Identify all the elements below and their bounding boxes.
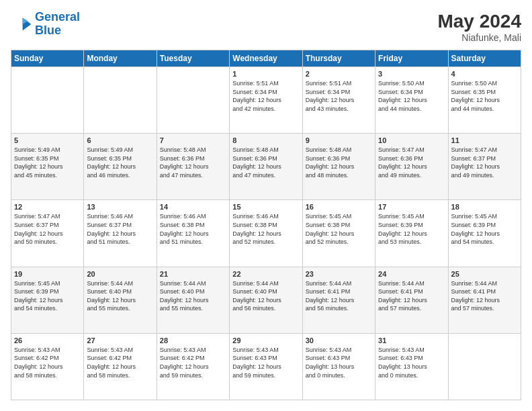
day-cell: 29Sunrise: 5:43 AMSunset: 6:43 PMDayligh… (230, 333, 302, 400)
day-number: 2 (306, 70, 372, 78)
week-row-0: 1Sunrise: 5:51 AMSunset: 6:34 PMDaylight… (11, 67, 521, 134)
day-number: 13 (87, 203, 153, 211)
day-cell: 16Sunrise: 5:45 AMSunset: 6:38 PMDayligh… (302, 200, 375, 267)
logo-general: General (35, 10, 80, 24)
day-info: Sunrise: 5:43 AMSunset: 6:42 PMDaylight:… (160, 346, 226, 379)
day-info: Sunrise: 5:44 AMSunset: 6:41 PMDaylight:… (306, 279, 372, 313)
page: General Blue May 2024 Niafunke, Mali Sun… (0, 0, 532, 411)
day-cell: 30Sunrise: 5:43 AMSunset: 6:43 PMDayligh… (302, 333, 375, 400)
day-cell: 5Sunrise: 5:49 AMSunset: 6:35 PMDaylight… (11, 134, 84, 200)
day-info: Sunrise: 5:43 AMSunset: 6:43 PMDaylight:… (378, 346, 445, 379)
day-number: 28 (160, 336, 226, 345)
day-number: 9 (306, 136, 372, 144)
day-info: Sunrise: 5:43 AMSunset: 6:43 PMDaylight:… (232, 346, 299, 379)
day-cell (84, 67, 157, 134)
day-number: 29 (232, 336, 299, 345)
day-number: 20 (87, 270, 153, 278)
day-info: Sunrise: 5:44 AMSunset: 6:41 PMDaylight:… (378, 279, 445, 313)
day-cell: 11Sunrise: 5:47 AMSunset: 6:37 PMDayligh… (448, 134, 521, 200)
day-number: 12 (14, 203, 81, 211)
day-number: 30 (306, 336, 372, 345)
day-cell: 3Sunrise: 5:50 AMSunset: 6:34 PMDaylight… (375, 67, 448, 134)
day-number: 25 (451, 270, 518, 278)
day-number: 18 (451, 203, 518, 211)
day-info: Sunrise: 5:50 AMSunset: 6:35 PMDaylight:… (451, 79, 518, 113)
header: General Blue May 2024 Niafunke, Mali (11, 11, 521, 43)
day-number: 27 (87, 336, 153, 345)
day-cell: 26Sunrise: 5:43 AMSunset: 6:42 PMDayligh… (11, 333, 84, 400)
logo-text: General Blue (35, 11, 80, 38)
day-number: 19 (14, 270, 81, 278)
day-number: 7 (160, 136, 226, 144)
day-info: Sunrise: 5:45 AMSunset: 6:39 PMDaylight:… (14, 279, 81, 313)
col-header-thursday: Thursday (302, 50, 375, 67)
day-info: Sunrise: 5:45 AMSunset: 6:38 PMDaylight:… (306, 212, 372, 246)
day-info: Sunrise: 5:51 AMSunset: 6:34 PMDaylight:… (306, 79, 372, 113)
day-number: 24 (378, 270, 445, 278)
title-block: May 2024 Niafunke, Mali (437, 11, 521, 43)
day-info: Sunrise: 5:43 AMSunset: 6:43 PMDaylight:… (306, 346, 372, 379)
day-number: 26 (14, 336, 81, 345)
day-number: 10 (378, 136, 445, 144)
day-info: Sunrise: 5:51 AMSunset: 6:34 PMDaylight:… (232, 79, 299, 113)
day-info: Sunrise: 5:48 AMSunset: 6:36 PMDaylight:… (160, 146, 226, 179)
day-cell: 13Sunrise: 5:46 AMSunset: 6:37 PMDayligh… (84, 200, 157, 267)
day-info: Sunrise: 5:48 AMSunset: 6:36 PMDaylight:… (306, 146, 372, 179)
day-info: Sunrise: 5:49 AMSunset: 6:35 PMDaylight:… (87, 146, 153, 179)
month-year: May 2024 (437, 11, 521, 32)
day-info: Sunrise: 5:46 AMSunset: 6:37 PMDaylight:… (87, 212, 153, 246)
col-header-saturday: Saturday (448, 50, 521, 67)
week-row-2: 12Sunrise: 5:47 AMSunset: 6:37 PMDayligh… (11, 200, 521, 267)
day-info: Sunrise: 5:46 AMSunset: 6:38 PMDaylight:… (232, 212, 299, 246)
day-number: 6 (87, 136, 153, 144)
day-cell: 15Sunrise: 5:46 AMSunset: 6:38 PMDayligh… (230, 200, 302, 267)
day-cell: 25Sunrise: 5:44 AMSunset: 6:41 PMDayligh… (448, 267, 521, 333)
day-cell (157, 67, 229, 134)
location: Niafunke, Mali (437, 32, 521, 43)
day-number: 4 (451, 70, 518, 78)
week-row-4: 26Sunrise: 5:43 AMSunset: 6:42 PMDayligh… (11, 333, 521, 400)
day-number: 11 (451, 136, 518, 144)
day-cell: 10Sunrise: 5:47 AMSunset: 6:36 PMDayligh… (375, 134, 448, 200)
day-number: 8 (232, 136, 299, 144)
day-number: 5 (14, 136, 81, 144)
day-number: 16 (306, 203, 372, 211)
logo-icon (11, 13, 32, 35)
calendar: SundayMondayTuesdayWednesdayThursdayFrid… (11, 50, 521, 400)
day-cell: 7Sunrise: 5:48 AMSunset: 6:36 PMDaylight… (157, 134, 229, 200)
day-number: 17 (378, 203, 445, 211)
day-cell: 1Sunrise: 5:51 AMSunset: 6:34 PMDaylight… (230, 67, 302, 134)
col-header-wednesday: Wednesday (230, 50, 302, 67)
day-number: 1 (232, 70, 299, 78)
day-info: Sunrise: 5:47 AMSunset: 6:37 PMDaylight:… (451, 146, 518, 179)
day-info: Sunrise: 5:49 AMSunset: 6:35 PMDaylight:… (14, 146, 81, 179)
day-cell: 21Sunrise: 5:44 AMSunset: 6:40 PMDayligh… (157, 267, 229, 333)
day-cell (11, 67, 84, 134)
day-cell: 9Sunrise: 5:48 AMSunset: 6:36 PMDaylight… (302, 134, 375, 200)
day-cell: 31Sunrise: 5:43 AMSunset: 6:43 PMDayligh… (375, 333, 448, 400)
day-info: Sunrise: 5:46 AMSunset: 6:38 PMDaylight:… (160, 212, 226, 246)
col-header-monday: Monday (84, 50, 157, 67)
day-number: 15 (232, 203, 299, 211)
day-cell: 8Sunrise: 5:48 AMSunset: 6:36 PMDaylight… (230, 134, 302, 200)
day-cell: 14Sunrise: 5:46 AMSunset: 6:38 PMDayligh… (157, 200, 229, 267)
day-cell: 18Sunrise: 5:45 AMSunset: 6:39 PMDayligh… (448, 200, 521, 267)
day-cell: 12Sunrise: 5:47 AMSunset: 6:37 PMDayligh… (11, 200, 84, 267)
col-header-friday: Friday (375, 50, 448, 67)
day-cell: 24Sunrise: 5:44 AMSunset: 6:41 PMDayligh… (375, 267, 448, 333)
day-cell: 28Sunrise: 5:43 AMSunset: 6:42 PMDayligh… (157, 333, 229, 400)
day-number: 23 (306, 270, 372, 278)
day-info: Sunrise: 5:43 AMSunset: 6:42 PMDaylight:… (14, 346, 81, 379)
day-info: Sunrise: 5:48 AMSunset: 6:36 PMDaylight:… (232, 146, 299, 179)
day-cell: 6Sunrise: 5:49 AMSunset: 6:35 PMDaylight… (84, 134, 157, 200)
col-header-sunday: Sunday (11, 50, 84, 67)
day-number: 3 (378, 70, 445, 78)
col-header-tuesday: Tuesday (157, 50, 229, 67)
day-cell: 17Sunrise: 5:45 AMSunset: 6:39 PMDayligh… (375, 200, 448, 267)
day-number: 22 (232, 270, 299, 278)
day-cell: 19Sunrise: 5:45 AMSunset: 6:39 PMDayligh… (11, 267, 84, 333)
day-info: Sunrise: 5:47 AMSunset: 6:36 PMDaylight:… (378, 146, 445, 179)
day-info: Sunrise: 5:45 AMSunset: 6:39 PMDaylight:… (378, 212, 445, 246)
day-number: 21 (160, 270, 226, 278)
day-cell: 23Sunrise: 5:44 AMSunset: 6:41 PMDayligh… (302, 267, 375, 333)
